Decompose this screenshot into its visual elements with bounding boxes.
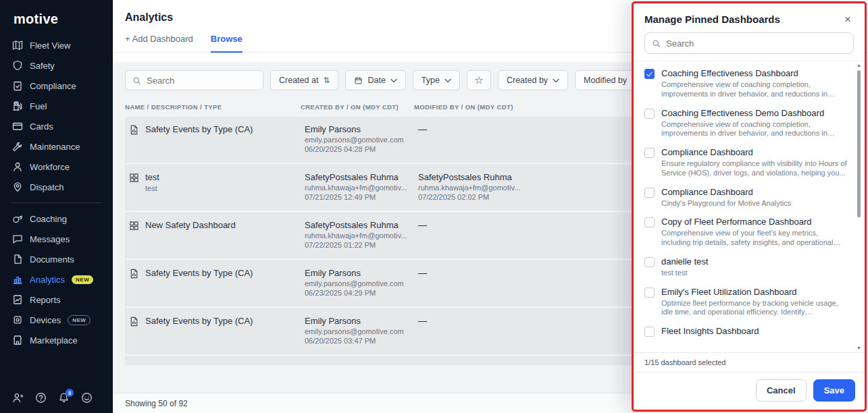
bell-icon[interactable]: 3	[58, 392, 70, 404]
person-icon	[12, 161, 23, 172]
location-pin-icon	[12, 182, 23, 192]
scrollbar-track[interactable]	[855, 69, 863, 345]
sidebar-item-label: Safety	[30, 61, 55, 71]
sort-arrows-icon: ⇅	[323, 76, 330, 85]
type-filter-button[interactable]: Type	[413, 70, 460, 90]
list-item[interactable]: Compliance DashboardCindy's Playground f…	[644, 187, 847, 209]
whistle-icon	[12, 213, 23, 224]
calendar-icon	[354, 76, 363, 85]
notification-count-badge: 3	[66, 389, 74, 397]
chevron-down-icon	[390, 78, 397, 83]
sidebar-item-analytics[interactable]: Analytics NEW	[0, 269, 113, 290]
list-item[interactable]: Coaching Effectiveness DashboardComprehe…	[644, 68, 847, 99]
sidebar-item-marketplace[interactable]: Marketplace	[0, 330, 113, 350]
sidebar-item-label: Compliance	[30, 81, 76, 91]
shield-icon	[12, 60, 23, 71]
modal-search-input[interactable]	[666, 38, 846, 49]
wrench-icon	[12, 141, 23, 152]
sidebar-item-reports[interactable]: Reports	[0, 290, 113, 310]
checkbox[interactable]	[644, 148, 655, 158]
chat-bubble-icon	[12, 233, 23, 244]
sidebar-item-label: Workforce	[30, 162, 70, 172]
sort-created-at-button[interactable]: Created at ⇅	[270, 70, 338, 90]
scroll-down-icon[interactable]: ▼	[857, 345, 861, 352]
dashboard-name: Safety Events by Type (CA)	[145, 268, 253, 278]
document-icon	[12, 254, 23, 265]
close-icon[interactable]: ×	[842, 12, 854, 26]
map-icon	[12, 40, 23, 51]
list-item[interactable]: Copy of Fleet Performance DashboardCompr…	[644, 217, 847, 248]
favorites-filter-button[interactable]: ☆	[467, 70, 491, 90]
search-input[interactable]	[147, 76, 256, 86]
sidebar-item-maintenance[interactable]: Maintenance	[0, 136, 113, 157]
manage-pinned-dashboards-modal: Manage Pinned Dashboards × Coaching Effe…	[632, 1, 867, 412]
scrollbar-thumb[interactable]	[857, 70, 861, 217]
cancel-button[interactable]: Cancel	[756, 379, 807, 402]
list-item[interactable]: Emily's Fleet Utilization DashboardOptim…	[644, 287, 847, 318]
sidebar-nav: Fleet View Safety Compliance Fuel Cards …	[0, 35, 113, 384]
pinned-dashboard-list: Coaching Effectiveness DashboardComprehe…	[634, 61, 865, 352]
list-item[interactable]: Coaching Effectiveness Demo DashboardCom…	[644, 108, 847, 139]
sidebar-item-fuel[interactable]: Fuel	[0, 96, 113, 116]
created-by-filter-button[interactable]: Created by	[498, 70, 568, 90]
sidebar-item-messages[interactable]: Messages	[0, 229, 113, 249]
list-item[interactable]: Compliance DashboardEnsure regulatory co…	[644, 147, 847, 178]
new-badge: NEW	[68, 315, 91, 325]
dashboard-name: Emily's Fleet Utilization Dashboard	[145, 364, 292, 365]
sidebar-item-label: Dispatch	[30, 182, 64, 192]
checkbox[interactable]	[644, 109, 655, 119]
sidebar: motive Fleet View Safety Compliance Fuel…	[0, 0, 113, 413]
report-icon	[129, 125, 139, 135]
dashboard-name: test	[145, 172, 159, 182]
chevron-down-icon	[553, 78, 559, 83]
sidebar-item-safety[interactable]: Safety	[0, 55, 113, 76]
modal-scrollbar[interactable]: ▲ ▼	[855, 62, 863, 352]
sidebar-item-workforce[interactable]: Workforce	[0, 157, 113, 177]
sidebar-item-fleet-view[interactable]: Fleet View	[0, 35, 113, 55]
dashboard-grid-icon	[129, 364, 139, 365]
column-header-created[interactable]: CREATED BY / ON (MDY CDT)	[301, 103, 414, 111]
column-header-name[interactable]: NAME / DESCRIPTION / TYPE	[125, 103, 301, 111]
dashboard-search[interactable]	[125, 70, 263, 90]
save-button[interactable]: Save	[813, 379, 855, 402]
checkbox[interactable]	[644, 327, 655, 337]
sidebar-item-label: Fleet View	[30, 40, 70, 51]
dashboard-name: Safety Events by Type (CA)	[145, 316, 253, 326]
add-user-icon[interactable]	[12, 392, 24, 404]
chevron-down-icon	[444, 78, 451, 83]
clipboard-check-icon	[12, 80, 23, 91]
report-icon	[129, 269, 139, 279]
checkbox[interactable]	[644, 69, 655, 79]
tab-browse[interactable]: Browse	[211, 34, 242, 53]
sidebar-divider	[11, 202, 102, 203]
credit-card-icon	[12, 121, 23, 132]
sidebar-item-coaching[interactable]: Coaching	[0, 209, 113, 229]
help-icon[interactable]	[35, 392, 47, 404]
dashboard-grid-icon	[129, 173, 139, 183]
checkbox[interactable]	[644, 217, 655, 227]
modal-title: Manage Pinned Dashboards	[644, 13, 780, 25]
checkbox[interactable]	[644, 188, 655, 198]
dashboard-name: New Safety Dashboard	[145, 220, 236, 230]
feedback-smiley-icon[interactable]	[81, 392, 93, 404]
motive-logo: motive	[0, 0, 113, 35]
modal-search[interactable]	[644, 32, 854, 54]
date-filter-button[interactable]: Date	[345, 70, 405, 90]
tab-add-dashboard[interactable]: + Add Dashboard	[125, 34, 193, 52]
list-item[interactable]: danielle testtest test	[644, 256, 847, 278]
checkbox[interactable]	[644, 257, 655, 267]
report-icon	[129, 316, 139, 327]
sidebar-footer: 3	[0, 384, 113, 413]
sidebar-item-cards[interactable]: Cards	[0, 116, 113, 136]
sidebar-item-compliance[interactable]: Compliance	[0, 76, 113, 96]
sidebar-item-documents[interactable]: Documents	[0, 249, 113, 269]
sidebar-item-devices[interactable]: Devices NEW	[0, 310, 113, 330]
scroll-up-icon[interactable]: ▲	[857, 62, 861, 69]
list-item[interactable]: Fleet Insights Dashboard	[644, 326, 847, 337]
device-chip-icon	[12, 314, 23, 325]
checkbox[interactable]	[644, 287, 655, 298]
sidebar-item-dispatch[interactable]: Dispatch	[0, 177, 113, 197]
dashboard-name: Safety Events by Type (CA)	[145, 124, 253, 134]
sidebar-item-label: Messages	[30, 234, 70, 244]
storefront-icon	[12, 335, 23, 346]
